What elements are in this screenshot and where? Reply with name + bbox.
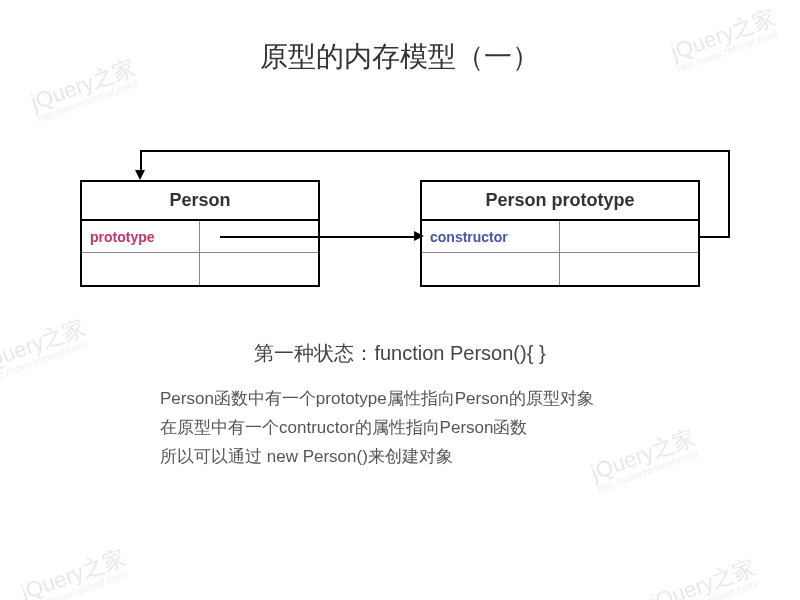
arrow-constructor-seg2 [728, 150, 730, 237]
watermark: jQuery之家 http://www.htmleaf.com/ [17, 543, 132, 600]
person-box-header: Person [82, 182, 318, 221]
prototype-box-row2 [422, 253, 698, 285]
diagram-title: 原型的内存模型（一） [0, 38, 800, 76]
prototype-box-row1: constructor [422, 221, 698, 253]
description-line1: Person函数中有一个prototype属性指向Person的原型对象 [160, 385, 594, 414]
person-empty-cell-right [200, 253, 318, 285]
diagram-caption: 第一种状态：function Person(){ } [0, 340, 800, 367]
arrow-head-right-icon [414, 231, 424, 241]
prototype-box: Person prototype constructor [420, 180, 700, 287]
arrow-constructor-seg3 [140, 150, 730, 152]
watermark-main: jQuery之家 [648, 554, 759, 600]
prototype-empty-cell-right [560, 253, 698, 285]
description-line3: 所以可以通过 new Person()来创建对象 [160, 443, 594, 472]
prototype-constructor-cell: constructor [422, 221, 560, 252]
diagram-description: Person函数中有一个prototype属性指向Person的原型对象 在原型… [160, 385, 594, 472]
prototype-empty-cell-left [422, 253, 560, 285]
watermark: jQuery之家 http://www.htmleaf.com/ [647, 553, 762, 600]
watermark-sub: http://www.htmleaf.com/ [656, 577, 762, 600]
prototype-constructor-value-cell [560, 221, 698, 252]
person-box-row2 [82, 253, 318, 285]
watermark-sub: http://www.htmleaf.com/ [36, 77, 142, 125]
person-empty-cell-left [82, 253, 200, 285]
watermark-main: jQuery之家 [18, 544, 129, 600]
prototype-box-header: Person prototype [422, 182, 698, 221]
person-box: Person prototype [80, 180, 320, 287]
watermark-sub: http://www.htmleaf.com/ [26, 567, 132, 600]
watermark-main: jQuery之家 [588, 424, 699, 485]
description-line2: 在原型中有一个contructor的属性指向Person函数 [160, 414, 594, 443]
watermark-sub: http://www.htmleaf.com/ [596, 447, 702, 495]
arrow-constructor-seg1 [700, 236, 730, 238]
person-prototype-cell: prototype [82, 221, 200, 252]
arrow-prototype-to-box [220, 236, 418, 238]
watermark: jQuery之家 http://www.htmleaf.com/ [587, 423, 702, 495]
arrow-head-down-icon [135, 170, 145, 180]
